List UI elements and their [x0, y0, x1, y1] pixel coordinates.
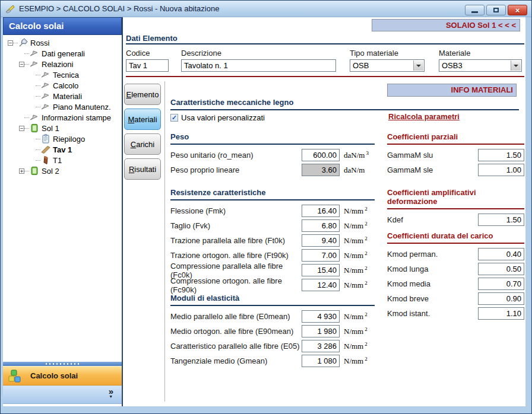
value-label: Tangenziale medio (Gmean)	[170, 356, 302, 365]
sidebar-splitter[interactable]	[3, 361, 122, 366]
kmod-perman-input[interactable]	[478, 248, 524, 260]
tree-item-rossi[interactable]: −Rossi	[3, 37, 122, 48]
tree-item-tecnica[interactable]: Tecnica	[3, 69, 122, 80]
close-button[interactable]: ×	[508, 5, 527, 15]
tree-item-label: Piano Manutenz.	[53, 103, 111, 112]
tree-item-sol-1[interactable]: −Sol 1	[3, 123, 122, 133]
tree-spacer	[30, 147, 36, 152]
kdef-input[interactable]	[478, 214, 524, 226]
section-coefficienti-amplificativi-deformazione: Coefficienti amplificativi deformazioneK…	[387, 188, 524, 226]
usa-valori-checkbox[interactable]: ✓ Usa valori personalizzati	[170, 113, 265, 122]
tree-item-tav-1[interactable]: Tav 1	[3, 144, 122, 155]
section-title: Moduli di elasticità	[170, 294, 375, 306]
checkbox-label: Usa valori personalizzati	[181, 113, 265, 122]
section-title: Coefficienti parziali	[387, 132, 524, 145]
configure-buttons-chevron[interactable]: » ▼	[109, 387, 113, 399]
unit-label: N/mm2	[344, 250, 375, 260]
expand-icon[interactable]: +	[19, 168, 24, 174]
tree-item-materiali[interactable]: Materiali	[3, 91, 122, 101]
field-label: Codice	[126, 49, 169, 58]
ricalcola-parametri-link[interactable]: Ricalcola parametri	[388, 112, 460, 121]
tree-item-label: Riepilogo	[53, 135, 85, 144]
risultati-tab-button[interactable]: Risultati	[124, 158, 161, 180]
unit-label: N/mm2	[344, 221, 375, 231]
cubes-icon	[8, 369, 22, 383]
arrow-icon	[41, 70, 50, 79]
nav-group-calcolo-solai[interactable]: Calcolo solai	[3, 366, 122, 386]
collapse-icon[interactable]: −	[19, 62, 24, 67]
kmod-istant-input[interactable]	[478, 307, 524, 320]
unit-label: N/mm2	[344, 311, 375, 321]
taglio-fvk-input[interactable]	[302, 219, 340, 232]
maximize-button[interactable]	[486, 5, 506, 15]
dropdown-arrow-icon[interactable]	[413, 60, 423, 71]
tree-spacer	[30, 72, 36, 78]
sidebar-header: Calcolo solai	[3, 17, 122, 35]
value-row-medio-ortogon-alle-fibre-e90mean: Medio ortogon. alle fibre (E90mean)N/mm2	[170, 325, 375, 337]
tree-item-calcolo[interactable]: Calcolo	[3, 80, 122, 91]
vertical-divider	[164, 81, 165, 402]
section-coefficienti-durata-del-carico: Coefficienti durata del caricoKmod perma…	[387, 231, 524, 320]
unit-label: daN/m	[344, 165, 375, 175]
tree-item-dati-generali[interactable]: Dati generali	[3, 48, 122, 59]
collapse-icon[interactable]: −	[8, 40, 13, 46]
minimize-button[interactable]	[465, 5, 484, 15]
unit-label: N/mm2	[344, 356, 375, 366]
unit-label: N/mm2	[344, 206, 375, 216]
elemento-tab-button[interactable]: Elemento	[124, 84, 161, 105]
tipo-materiale-select[interactable]: OSB	[350, 59, 425, 72]
descrizione-field: Descrizione	[181, 49, 336, 72]
value-row-gammam-slu: GammaM slu	[387, 149, 524, 161]
compressione-parallela-alle-fibre-fc0k-input[interactable]	[302, 264, 340, 276]
kmod-breve-input[interactable]	[478, 292, 524, 305]
tree-spacer	[19, 51, 24, 56]
info-materiali-button[interactable]: INFO MATERIALI	[387, 84, 517, 97]
tree-item-sol-2[interactable]: +Sol 2	[3, 165, 122, 176]
medio-parallelo-alle-fibre-e0mean-input[interactable]	[302, 310, 340, 323]
caratteristico-parallelo-alle-fibre-e05-input[interactable]	[302, 340, 340, 352]
gammam-slu-input[interactable]	[478, 149, 524, 161]
tangenziale-medio-gmean-input[interactable]	[302, 355, 340, 367]
section-title: Peso	[170, 132, 375, 145]
value-label: Peso unitario (ro_mean)	[170, 151, 302, 160]
tree-item-relazioni[interactable]: −Relazioni	[3, 59, 122, 69]
tree-spacer	[30, 94, 36, 99]
trazione-parallela-alle-fibre-ft0k-input[interactable]	[302, 234, 340, 247]
value-label: Kmod lunga	[387, 265, 478, 273]
descrizione-input[interactable]	[181, 59, 336, 72]
dati-elemento-fields: CodiceDescrizioneTipo materialeOSBMateri…	[126, 49, 522, 72]
right-sections: Coefficienti parzialiGammaM sluGammaM sl…	[387, 132, 524, 322]
compressione-ortogon-alle-fibre-fc90k-input[interactable]	[302, 279, 340, 291]
value-row-peso-unitario-ro-mean: Peso unitario (ro_mean)daN/m3	[170, 149, 375, 161]
tree-item-t1[interactable]: T1	[3, 155, 122, 165]
kmod-media-input[interactable]	[478, 278, 524, 290]
trazione-ortogon-alle-fibre-ft90k-input[interactable]	[302, 249, 340, 262]
value-label: Kmod media	[387, 279, 478, 288]
value-row-flessione-fmk: Flessione (Fmk)N/mm2	[170, 205, 375, 217]
main-panel: SOLAIO Sol 1 < < < Dati Elemento CodiceD…	[123, 17, 525, 406]
tree-connector	[36, 160, 40, 161]
tree-item-riepilogo[interactable]: Riepilogo	[3, 133, 122, 144]
doc-icon	[30, 123, 39, 133]
materiali-tab-button[interactable]: Materiali	[124, 109, 161, 130]
section-title: Coefficienti durata del carico	[387, 231, 524, 244]
arrow-icon	[41, 91, 50, 101]
left-sections: PesoPeso unitario (ro_mean)daN/m3Peso pr…	[170, 132, 375, 370]
dropdown-arrow-icon[interactable]	[511, 60, 521, 71]
flessione-fmk-input[interactable]	[302, 205, 340, 217]
codice-input[interactable]	[126, 59, 169, 72]
tree-item-informazioni-stampe[interactable]: Informazioni stampe	[3, 112, 122, 123]
tree-item-label: Sol 1	[42, 124, 59, 133]
clipboard-icon	[41, 134, 50, 144]
carichi-tab-button[interactable]: Carichi	[124, 133, 161, 155]
gammam-sle-input[interactable]	[478, 164, 524, 176]
tree-item-label: T1	[53, 156, 62, 165]
kmod-lunga-input[interactable]	[478, 263, 524, 275]
collapse-icon[interactable]: −	[19, 126, 24, 131]
materiale-select[interactable]: OSB3	[439, 59, 522, 72]
peso-unitario-ro-mean-input[interactable]	[302, 149, 340, 161]
medio-ortogon-alle-fibre-e90mean-input[interactable]	[302, 325, 340, 337]
checkbox-icon[interactable]: ✓	[170, 114, 178, 122]
value-row-gammam-sle: GammaM sle	[387, 164, 524, 176]
tree-item-piano-manutenz[interactable]: Piano Manutenz.	[3, 101, 122, 112]
